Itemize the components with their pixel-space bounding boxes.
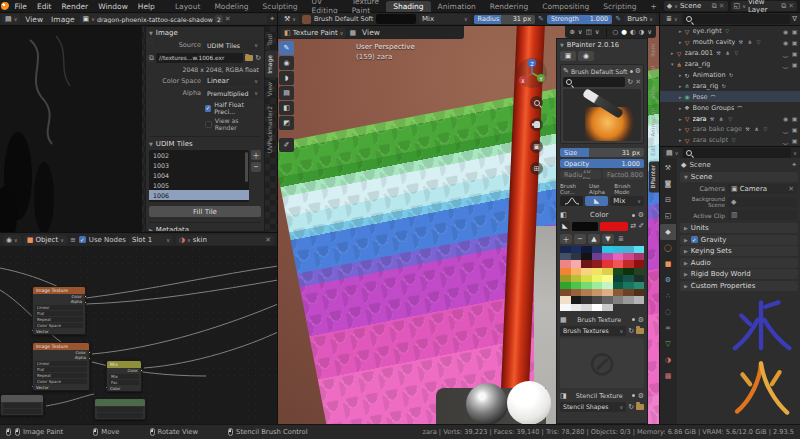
panel-custom-properties[interactable]: ▶Custom Properties xyxy=(680,281,798,291)
shading-solid-icon[interactable]: ● xyxy=(621,28,627,36)
palette-color-2-2[interactable] xyxy=(581,260,592,267)
palette-color-0-2[interactable] xyxy=(581,246,592,253)
palette-color-7-7[interactable] xyxy=(634,296,645,303)
image-sidebar-tab-view[interactable]: View xyxy=(265,78,278,100)
workspace-tab-compositing[interactable]: Compositing xyxy=(535,1,596,12)
palette-color-2-0[interactable] xyxy=(560,260,571,267)
properties-tab-physics[interactable]: ◌ xyxy=(660,304,676,320)
palette-color-6-5[interactable] xyxy=(613,289,624,296)
palette-up-button[interactable]: ▲ xyxy=(588,234,600,244)
node-field[interactable]: Flat xyxy=(35,367,87,372)
swap-colors-icon[interactable]: ⇄ xyxy=(630,222,636,230)
viewport-sidebar-tab-animation[interactable]: Animation xyxy=(649,104,659,141)
palette-color-0-6[interactable] xyxy=(623,246,634,253)
refresh-brushes-icon[interactable]: ↻ xyxy=(627,78,633,86)
slot-dropdown[interactable]: Slot 1∨ xyxy=(129,235,173,245)
palette-color-3-3[interactable] xyxy=(592,268,603,275)
properties-tab-constraints[interactable]: ∞ xyxy=(660,320,676,336)
outliner-row-Bone-Groups[interactable]: ▸❖Bone Groups⌒ xyxy=(660,102,800,113)
udim-scrollbar[interactable] xyxy=(245,152,248,182)
brush-settings-gear-icon[interactable]: ⚙ xyxy=(635,67,641,75)
panel-rigid-body-world[interactable]: ▶Rigid Body World xyxy=(680,269,798,279)
strength-pressure-icon[interactable]: ✎ xyxy=(615,15,621,23)
udim-tile-1005[interactable]: 1005 xyxy=(149,180,249,190)
palette-color-5-4[interactable] xyxy=(602,282,613,289)
half-float-checkbox[interactable]: ✓ xyxy=(205,105,211,112)
viewport-view-menu[interactable]: View xyxy=(359,28,383,37)
palette-color-5-7[interactable] xyxy=(634,282,645,289)
palette-color-8-4[interactable] xyxy=(602,304,613,311)
reload-icon[interactable]: ↻ xyxy=(255,54,261,62)
texture-slot-field[interactable] xyxy=(376,14,416,24)
unlink-image-icon[interactable]: ✕ xyxy=(225,15,231,23)
outliner-row-zara_rig[interactable]: ▾⋔zara_rig‿▣ xyxy=(660,59,800,70)
brush-texture-dot[interactable] xyxy=(632,318,635,321)
snap-menu-icon[interactable]: ≡ xyxy=(70,236,76,244)
stencil-shapes-dropdown[interactable]: Stencil Shapes∨ xyxy=(560,402,626,412)
palette-color-1-0[interactable] xyxy=(560,253,571,260)
viewport-camera-button[interactable]: ▣ xyxy=(530,140,543,153)
pin-properties-icon[interactable]: ✦ xyxy=(791,161,797,169)
palette-color-3-5[interactable] xyxy=(613,268,624,275)
palette-color-5-3[interactable] xyxy=(592,282,603,289)
brush-search-input[interactable] xyxy=(563,77,625,87)
expand-arrow-icon[interactable]: ▸ xyxy=(671,50,674,56)
gravity-checkbox[interactable]: ✓ xyxy=(691,236,698,243)
blender-logo-icon[interactable] xyxy=(0,2,9,10)
viewport-ortho-button[interactable]: ⊞ xyxy=(530,162,543,175)
node-field[interactable] xyxy=(97,413,143,418)
menu-edit[interactable]: Edit xyxy=(32,2,57,11)
workspace-tab-animation[interactable]: Animation xyxy=(431,1,483,12)
workspace-tab-scripting[interactable]: Scripting xyxy=(596,1,643,12)
metadata-panel-header[interactable]: ▶Metadata xyxy=(149,222,261,232)
remove-tile-button[interactable]: − xyxy=(251,162,261,172)
workspace-tab-sculpting[interactable]: Sculpting xyxy=(256,1,305,12)
open-folder-icon[interactable] xyxy=(245,55,253,61)
colorspace-dropdown[interactable]: Linear∨ xyxy=(204,76,261,86)
viewport-sidebar-tab-bpainter[interactable]: BPainter xyxy=(649,161,659,192)
node-field[interactable]: Color Space xyxy=(35,379,87,384)
palette-color-0-7[interactable] xyxy=(634,246,645,253)
brush-textures-dropdown[interactable]: Brush Textures∨ xyxy=(560,326,626,336)
palette-color-2-1[interactable] xyxy=(571,260,582,267)
palette-color-0-0[interactable] xyxy=(560,246,571,253)
palette-color-1-2[interactable] xyxy=(581,253,592,260)
shading-material-icon[interactable]: ◐ xyxy=(630,28,636,36)
shading-rendered-icon[interactable]: ◑ xyxy=(639,28,645,36)
secondary-color-swatch[interactable] xyxy=(600,222,628,231)
filepath-field[interactable]: //textures...w.1006.exr xyxy=(156,53,243,63)
outliner-row-zara_rig[interactable]: ▸⋔zara_rig↻ xyxy=(660,80,800,91)
properties-tab-material[interactable]: ◑ xyxy=(660,352,676,368)
tool-clone[interactable]: ▤ xyxy=(279,86,294,100)
menu-window[interactable]: Window xyxy=(93,2,133,11)
radius-disabled-slider[interactable]: Radiu10 px xyxy=(560,170,601,179)
palette-color-5-2[interactable] xyxy=(581,282,592,289)
visibility-eye-icon[interactable]: ◉ xyxy=(782,39,789,46)
expand-arrow-icon[interactable]: ▸ xyxy=(679,116,682,122)
menu-view[interactable]: View xyxy=(22,15,46,24)
input-socket[interactable] xyxy=(105,386,108,389)
visibility-eye-closed-icon[interactable]: ‿ xyxy=(782,137,789,144)
brush-curve-button[interactable] xyxy=(560,196,583,206)
shader-node-1[interactable]: Image TextureColorAlphaLinearFlatRepeatC… xyxy=(32,342,90,391)
shading-wireframe-icon[interactable]: ○ xyxy=(613,28,619,36)
output-socket[interactable] xyxy=(140,369,143,372)
palette-color-6-1[interactable] xyxy=(571,289,582,296)
palette-color-8-3[interactable] xyxy=(592,304,603,311)
palette-color-4-3[interactable] xyxy=(592,275,603,282)
properties-options-caret[interactable]: ∨ xyxy=(793,150,797,156)
fill-tile-button[interactable]: Fill Tile xyxy=(149,206,261,217)
menu-file[interactable]: File xyxy=(9,2,32,11)
pin-icon[interactable]: ✦ xyxy=(269,15,275,23)
unlink-scene-icon[interactable]: ✕ xyxy=(719,2,725,10)
node-editor-type-button[interactable]: ◉∨ xyxy=(3,235,21,245)
input-socket[interactable] xyxy=(31,385,34,388)
udim-panel-header[interactable]: ▼UDIM Tiles xyxy=(149,136,261,148)
outliner-display-mode[interactable]: ≣∨ xyxy=(663,14,681,24)
node-editor-canvas[interactable]: Image TextureColorAlphaLinearFlatRepeatC… xyxy=(0,246,278,424)
palette-color-5-0[interactable] xyxy=(560,282,571,289)
node-header[interactable] xyxy=(1,395,43,402)
image-panel-header[interactable]: ▼Image xyxy=(149,29,261,37)
eyedropper-icon[interactable]: ✐ xyxy=(638,222,644,230)
workspace-tab-rendering[interactable]: Rendering xyxy=(483,1,535,12)
